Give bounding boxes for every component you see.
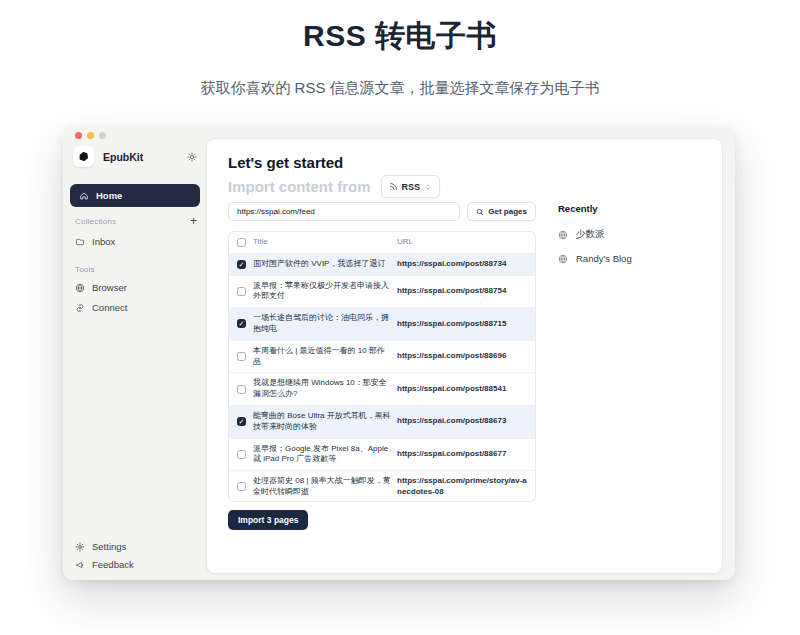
app-window: EpubKit Home Collections + Inbox Tools B…	[63, 127, 735, 580]
table-row[interactable]: 面对国产软件的 VVIP，我选择了退订 https://sspai.com/po…	[229, 254, 535, 276]
recently-list: 少数派 Randy's Blog	[558, 228, 708, 264]
row-title: 面对国产软件的 VVIP，我选择了退订	[253, 259, 391, 270]
import-from-label: Import content from	[228, 178, 371, 195]
table-row[interactable]: 处理器简史 08 | 频率大战一触即发，黄金时代转瞬即逝 https://ssp…	[229, 471, 535, 502]
import-pages-button[interactable]: Import 3 pages	[228, 510, 308, 530]
row-checkbox[interactable]	[237, 352, 246, 361]
sidebar-item-label: Feedback	[92, 559, 134, 570]
sidebar-item-label: Settings	[92, 541, 126, 552]
collections-label: Collections	[75, 217, 116, 226]
sidebar-item-feedback[interactable]: Feedback	[75, 559, 134, 570]
hero-section: RSS 转电子书 获取你喜欢的 RSS 信息源文章，批量选择文章保存为电子书	[0, 16, 800, 98]
row-checkbox[interactable]	[237, 287, 246, 296]
row-checkbox[interactable]	[237, 482, 246, 491]
row-url: https://sspai.com/prime/story/av-anecdot…	[397, 476, 527, 498]
search-icon	[476, 208, 484, 216]
row-url: https://sspai.com/post/88677	[397, 449, 527, 460]
row-title: 本周看什么 | 最近值得一看的 10 部作品	[253, 346, 391, 368]
row-checkbox[interactable]	[237, 385, 246, 394]
select-all-checkbox[interactable]	[237, 238, 246, 247]
main-content: Let's get started Import content from RS…	[207, 139, 722, 573]
sidebar-item-settings[interactable]: Settings	[75, 541, 134, 552]
sidebar-item-label: Browser	[92, 282, 127, 293]
recently-item[interactable]: Randy's Blog	[558, 253, 708, 264]
tools-label: Tools	[75, 265, 95, 274]
table-header: Title URL	[229, 232, 535, 254]
page-title: RSS 转电子书	[0, 16, 800, 57]
get-pages-button[interactable]: Get pages	[467, 202, 536, 221]
globe-icon	[558, 254, 568, 264]
table-row[interactable]: 本周看什么 | 最近值得一看的 10 部作品 https://sspai.com…	[229, 341, 535, 374]
sidebar-item-inbox[interactable]: Inbox	[75, 236, 115, 247]
sidebar-bottom: Settings Feedback	[75, 541, 134, 570]
recently-heading: Recently	[558, 203, 708, 214]
source-select-value: RSS	[402, 182, 421, 192]
recently-item[interactable]: 少数派	[558, 228, 708, 241]
home-icon	[79, 191, 89, 201]
collections-section: Collections +	[75, 216, 197, 226]
rss-icon	[389, 182, 398, 191]
globe-icon	[558, 230, 568, 240]
sidebar-item-label: Inbox	[92, 236, 115, 247]
feed-url-input[interactable]	[228, 202, 460, 221]
row-title: 我就是想继续用 Windows 10：那安全漏洞怎么办?	[253, 378, 391, 400]
gear-icon	[75, 542, 85, 552]
row-checkbox[interactable]	[237, 319, 246, 328]
link-icon	[75, 303, 85, 313]
app-name: EpubKit	[103, 151, 143, 163]
main-heading: Let's get started	[228, 154, 343, 171]
articles-table: Title URL 面对国产软件的 VVIP，我选择了退订 https://ss…	[228, 231, 536, 502]
table-row[interactable]: 派早报：苹果称仅极少开发者申请接入外部支付 https://sspai.com/…	[229, 276, 535, 309]
sidebar: EpubKit Home Collections + Inbox Tools B…	[63, 127, 207, 580]
row-checkbox[interactable]	[237, 417, 246, 426]
tools-section: Tools	[75, 265, 197, 274]
book-logo-icon	[73, 146, 94, 167]
column-title: Title	[253, 237, 391, 248]
get-pages-label: Get pages	[488, 207, 527, 216]
folder-icon	[75, 237, 85, 247]
sidebar-item-browser[interactable]: Browser	[75, 282, 127, 293]
recently-item-label: 少数派	[576, 228, 605, 241]
add-collection-button[interactable]: +	[190, 216, 197, 226]
megaphone-icon	[75, 560, 85, 570]
sidebar-item-home[interactable]: Home	[70, 184, 200, 207]
table-row[interactable]: 派早报：Google 发布 Pixel 8a、Apple 就 iPad Pro …	[229, 439, 535, 472]
column-url: URL	[397, 237, 527, 248]
theme-toggle-sun-icon[interactable]	[187, 152, 197, 162]
import-from-row: Import content from RSS	[228, 175, 440, 198]
chevron-updown-icon	[424, 183, 432, 191]
row-title: 能弯曲的 Bose Ultra 开放式耳机，黑科技带来时尚的体验	[253, 411, 391, 433]
sidebar-item-label: Home	[96, 190, 122, 201]
row-url: https://sspai.com/post/88541	[397, 384, 527, 395]
row-url: https://sspai.com/post/88734	[397, 259, 527, 270]
recently-item-label: Randy's Blog	[576, 253, 632, 264]
row-url: https://sspai.com/post/88696	[397, 351, 527, 362]
row-title: 派早报：苹果称仅极少开发者申请接入外部支付	[253, 281, 391, 303]
row-url: https://sspai.com/post/88715	[397, 319, 527, 330]
globe-icon	[75, 283, 85, 293]
row-title: 一场长途自驾后的讨论：油电同乐，拥抱纯电	[253, 313, 391, 335]
row-checkbox[interactable]	[237, 450, 246, 459]
row-url: https://sspai.com/post/88673	[397, 416, 527, 427]
sidebar-item-connect[interactable]: Connect	[75, 302, 127, 313]
table-body: 面对国产软件的 VVIP，我选择了退订 https://sspai.com/po…	[229, 254, 535, 502]
recently-panel: Recently 少数派 Randy's Blog	[558, 203, 708, 264]
app-logo: EpubKit	[73, 146, 143, 167]
page-subtitle: 获取你喜欢的 RSS 信息源文章，批量选择文章保存为电子书	[0, 79, 800, 98]
row-title: 派早报：Google 发布 Pixel 8a、Apple 就 iPad Pro …	[253, 444, 391, 466]
feed-url-row: Get pages	[228, 202, 536, 221]
source-select[interactable]: RSS	[381, 175, 441, 198]
row-url: https://sspai.com/post/88754	[397, 286, 527, 297]
table-row[interactable]: 我就是想继续用 Windows 10：那安全漏洞怎么办? https://ssp…	[229, 373, 535, 406]
table-row[interactable]: 能弯曲的 Bose Ultra 开放式耳机，黑科技带来时尚的体验 https:/…	[229, 406, 535, 439]
sidebar-item-label: Connect	[92, 302, 127, 313]
row-title: 处理器简史 08 | 频率大战一触即发，黄金时代转瞬即逝	[253, 476, 391, 498]
row-checkbox[interactable]	[237, 260, 246, 269]
table-row[interactable]: 一场长途自驾后的讨论：油电同乐，拥抱纯电 https://sspai.com/p…	[229, 308, 535, 341]
